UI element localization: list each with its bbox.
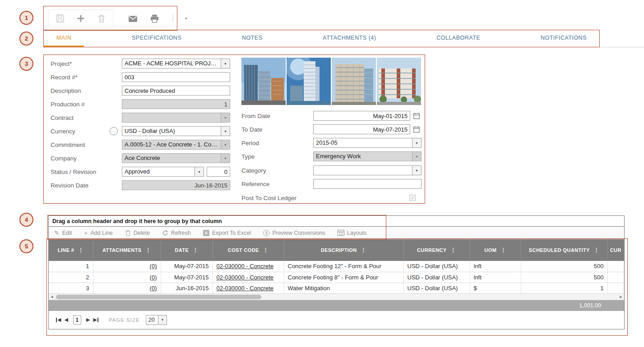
preview-conversions-button[interactable]: $ Preview Conversions [263,230,325,236]
table-row[interactable]: 3 (0) Jun-16-2015 02-030000 - Concrete W… [49,283,624,293]
trash-icon [97,14,107,23]
column-header-scheduled-quantity[interactable]: SCHEDULED QUANTITY⋮ [521,239,607,261]
cell-uom: $ [470,283,521,293]
project-photo-2 [287,58,331,105]
first-page-button[interactable]: ◀ [56,317,61,323]
calendar-icon[interactable] [413,112,420,119]
column-menu-icon[interactable]: ⋮ [594,247,599,253]
add-icon [76,14,86,23]
delete-record-button[interactable] [96,13,107,24]
current-page-number[interactable]: 1 [73,315,81,324]
cost-code-link[interactable]: 02-030000 - Concrete [217,285,273,292]
calendar-icon[interactable] [413,126,420,133]
horizontal-scrollbar[interactable]: ◀ ▶ [49,294,624,300]
add-line-button[interactable]: + Add Line [84,230,113,236]
attachments-link[interactable]: (0) [150,263,157,269]
table-row[interactable]: 1 (0) May-07-2015 02-030000 - Concrete C… [49,261,624,272]
column-menu-icon[interactable]: ⋮ [500,247,506,253]
project-row: Project* ACME - ACME HOSPITAL PROJECT ▼ [44,59,241,68]
chevron-down-icon[interactable]: ▼ [221,59,230,68]
page-size-value: 20 [146,315,158,324]
cost-code-link[interactable]: 02-030000 - Concrete [217,274,273,281]
form-right-column: From Date To Date Period 2015-05 ▼ [241,58,422,204]
previous-page-button[interactable]: ◀ [64,317,68,323]
column-menu-icon[interactable]: ⋮ [146,247,151,253]
tab-notifications[interactable]: NOTIFICATIONS [528,30,599,47]
scrollbar-thumb[interactable] [56,295,261,299]
tab-main[interactable]: MAIN [44,30,84,47]
status-revision-label: Status / Revision [51,169,122,175]
page-size-select[interactable]: 20 ▼ [146,315,167,325]
column-header-attachments[interactable]: ATTACHMENTS⋮ [93,239,161,261]
edit-button[interactable]: ✎ Edit [54,230,72,236]
tab-label: MAIN [56,35,71,41]
category-select[interactable]: ▼ [313,165,422,175]
chevron-down-icon[interactable]: ▼ [195,167,204,176]
attachments-link[interactable]: (0) [150,285,157,292]
grid-toolbar: ✎ Edit + Add Line Delete Refresh X Expor… [49,227,624,239]
next-page-button[interactable]: ▶ [86,317,90,323]
column-header-currency[interactable]: CURRENCY⋮ [403,239,470,261]
print-button[interactable] [148,13,160,24]
currency-lookup-button[interactable]: ··· [110,127,118,135]
tab-attachments[interactable]: ATTACHMENTS (4) [310,30,389,47]
production-record-screen: ▾ MAIN SPECIFICATIONS NOTES ATTACHMENTS … [0,0,644,347]
column-header-line[interactable]: LINE #⋮ [49,239,93,261]
column-label: COST CODE [228,247,259,253]
save-button[interactable] [54,13,66,24]
email-button[interactable] [127,13,139,24]
column-menu-icon[interactable]: ⋮ [451,247,456,253]
column-header-date[interactable]: DATE⋮ [161,239,213,261]
record-number-label: Record #* [51,74,122,81]
chevron-down-icon[interactable]: ▼ [158,315,167,324]
cost-code-link[interactable]: 02-030000 - Concrete [217,263,273,269]
tab-collaborate[interactable]: COLLABORATE [424,30,493,47]
last-page-button[interactable]: ▶ [93,317,98,323]
scroll-left-icon[interactable]: ◀ [49,294,55,300]
description-input[interactable] [122,86,230,96]
last-page-bar [97,318,98,322]
tab-notes[interactable]: NOTES [229,30,275,47]
project-select[interactable]: ACME - ACME HOSPITAL PROJECT ▼ [122,59,230,68]
tab-label: SPECIFICATIONS [132,35,181,41]
print-dropdown-caret-icon[interactable]: ▾ [185,16,187,21]
layouts-button[interactable]: Layouts [338,230,367,236]
chevron-down-icon[interactable]: ▼ [221,127,230,136]
tab-specifications[interactable]: SPECIFICATIONS [119,30,194,47]
scroll-right-icon[interactable]: ▶ [618,294,624,300]
commitment-select: A.0005-12 - Ace Concrete - 1. Concrete ▼ [122,140,230,150]
group-by-hint: Drag a column header and drop it here to… [52,218,222,224]
refresh-button[interactable]: Refresh [162,230,191,236]
table-row[interactable]: 2 (0) May-07-2015 02-030000 - Concrete C… [49,272,624,283]
column-header-cut-off[interactable]: CUR [607,239,624,261]
period-select[interactable]: 2015-05 ▼ [313,138,422,148]
column-header-description[interactable]: DESCRIPTION⋮ [284,239,403,261]
column-menu-icon[interactable]: ⋮ [78,247,83,253]
attachments-link[interactable]: (0) [150,274,157,281]
cell-scheduled-quantity: 500 [521,261,607,272]
cell-currency: USD - Dollar (USA) [403,261,470,272]
column-menu-icon[interactable]: ⋮ [193,247,198,253]
currency-select[interactable]: USD - Dollar (USA) ▼ [122,126,230,136]
add-record-button[interactable] [75,13,87,24]
annotation-circle-1: 1 [19,11,33,25]
status-revision-row: Status / Revision Approved ▼ [44,167,241,177]
from-date-input[interactable] [313,111,410,121]
export-to-excel-button[interactable]: X Export To Excel [203,230,251,236]
column-header-uom[interactable]: UOM⋮ [470,239,521,261]
chevron-down-icon[interactable]: ▼ [412,138,421,147]
reference-input[interactable] [313,179,422,189]
cell-extra [607,283,624,293]
record-number-input[interactable] [122,72,230,82]
to-date-input[interactable] [313,124,410,134]
status-value: Approved [122,167,195,176]
column-menu-icon[interactable]: ⋮ [263,247,269,253]
refresh-icon [162,230,168,236]
status-select[interactable]: Approved ▼ [122,167,204,177]
column-header-cost-code[interactable]: COST CODE⋮ [213,239,284,261]
column-menu-icon[interactable]: ⋮ [361,247,366,253]
delete-line-button[interactable]: Delete [125,230,150,236]
revision-input[interactable] [207,167,230,177]
post-to-cost-ledger-checkbox[interactable]: ✓ [409,195,416,201]
chevron-down-icon[interactable]: ▼ [412,166,421,175]
